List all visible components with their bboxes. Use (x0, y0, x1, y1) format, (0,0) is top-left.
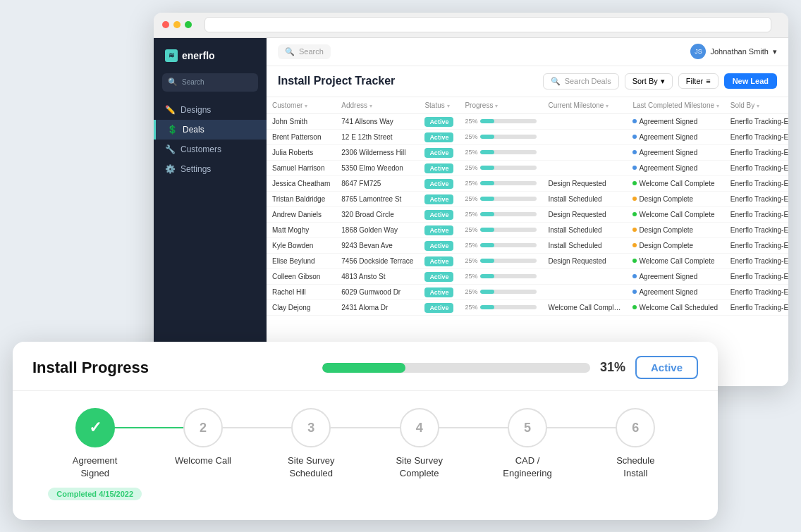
browser-window: ≋ enerflo 🔍 Search ✏️ Designs 💲 Deals 🔧 (154, 13, 788, 386)
sidebar-item-customers-label: Customers (181, 144, 221, 154)
step-4: 4 Site SurveyComplete (365, 408, 473, 480)
sidebar-item-settings-label: Settings (181, 164, 211, 174)
cell-progress: 25% (459, 253, 542, 268)
cell-progress: 25% (459, 129, 542, 144)
cell-sold-by: Enerflo Tracking-EPC (725, 268, 788, 284)
cell-address: 2306 Wilderness Hill (336, 144, 419, 160)
browser-minimize-dot (173, 21, 181, 28)
cell-last-milestone: Design Complete (627, 222, 724, 237)
cell-current-milestone: Design Requested (542, 175, 627, 191)
sidebar-item-designs[interactable]: ✏️ Designs (154, 100, 267, 120)
table-row[interactable]: Rachel Hill 6029 Gumwood Dr Active 25% A… (267, 284, 788, 299)
cell-address: 8647 FM725 (336, 175, 419, 191)
designs-icon: ✏️ (165, 105, 175, 115)
table-row[interactable]: Elise Beylund 7456 Dockside Terrace Acti… (267, 253, 788, 268)
cell-customer: Julia Roberts (267, 144, 336, 160)
new-lead-button[interactable]: New Lead (724, 73, 777, 89)
topbar-search[interactable]: 🔍 Search (278, 44, 331, 59)
browser-fullscreen-dot (185, 21, 192, 28)
step-circle-4: 4 (400, 408, 439, 447)
active-badge: Active (635, 356, 698, 379)
cell-customer: Elise Beylund (267, 253, 336, 268)
customers-icon: 🔧 (165, 144, 175, 154)
cell-sold-by: Enerflo Tracking-EPC (725, 299, 788, 315)
sidebar-item-customers[interactable]: 🔧 Customers (154, 140, 267, 159)
col-current-milestone[interactable]: Current Milestone ▾ (542, 97, 627, 114)
step-6: 6 ScheduleInstall (582, 408, 690, 480)
cell-status: Active (419, 113, 459, 129)
browser-close-dot (162, 21, 169, 28)
cell-sold-by: Enerflo Tracking-EPC (725, 160, 788, 175)
page-header: Install Project Tracker 🔍 Search Deals S… (267, 66, 788, 97)
cell-current-milestone (542, 129, 627, 144)
cell-customer: Rachel Hill (267, 284, 336, 299)
cell-current-milestone (542, 160, 627, 175)
table-row[interactable]: Clay Dejong 2431 Aloma Dr Active 25% Wel… (267, 299, 788, 315)
step-label-line: Scheduled (290, 468, 333, 478)
topbar-search-icon: 🔍 (285, 47, 295, 56)
col-status[interactable]: Status ▾ (419, 97, 459, 114)
table-row[interactable]: Colleen Gibson 4813 Ansto St Active 25% … (267, 268, 788, 284)
cell-current-milestone: Install Scheduled (542, 237, 627, 253)
step-label-5: CAD /Engineering (503, 454, 551, 480)
sidebar-search-placeholder: Search (182, 78, 204, 86)
step-label-6: ScheduleInstall (616, 454, 654, 480)
topbar-search-placeholder: Search (299, 47, 324, 56)
cell-last-milestone: Agreement Signed (627, 113, 724, 129)
table-row[interactable]: Samuel Harrison 5350 Elmo Weedon Active … (267, 160, 788, 175)
cell-last-milestone: Agreement Signed (627, 160, 724, 175)
sidebar-item-settings[interactable]: ⚙️ Settings (154, 159, 267, 179)
cell-address: 320 Broad Circle (336, 206, 419, 222)
cell-address: 4813 Ansto St (336, 268, 419, 284)
cell-address: 12 E 12th Street (336, 129, 419, 144)
step-label-line: Schedule (616, 455, 654, 466)
cell-progress: 25% (459, 160, 542, 175)
table-row[interactable]: Tristan Baldridge 8765 Lamontree St Acti… (267, 191, 788, 206)
col-sold-by[interactable]: Sold By ▾ (725, 97, 788, 114)
cell-customer: Andrew Daniels (267, 206, 336, 222)
progress-section: 31% Active (322, 356, 698, 379)
new-lead-label: New Lead (733, 77, 769, 85)
cell-customer: Kyle Bowden (267, 237, 336, 253)
cell-last-milestone: Design Complete (627, 237, 724, 253)
sidebar-search[interactable]: 🔍 Search (162, 73, 258, 92)
step-1: ✓ AgreementSigned Completed 4/15/2022 (41, 408, 149, 500)
step-2: 2 Welcome Call (149, 408, 257, 467)
browser-chrome (154, 13, 788, 38)
cell-current-milestone (542, 284, 627, 299)
step-label-line: Complete (400, 468, 439, 478)
cell-sold-by: Enerflo Tracking-EPC (725, 191, 788, 206)
cell-current-milestone: Install Scheduled (542, 222, 627, 237)
cell-progress: 25% (459, 144, 542, 160)
sort-by-button[interactable]: Sort By ▾ (625, 73, 673, 89)
cell-sold-by: Enerflo Tracking-EPC (725, 206, 788, 222)
topbar: 🔍 Search JS Johnathan Smith ▾ (267, 38, 788, 66)
deals-table: Customer ▾ Address ▾ Status ▾ Progress ▾… (267, 97, 788, 316)
table-row[interactable]: Jessica Cheatham 8647 FM725 Active 25% D… (267, 175, 788, 191)
sort-by-label: Sort By (632, 77, 658, 85)
table-row[interactable]: Kyle Bowden 9243 Bevan Ave Active 25% In… (267, 237, 788, 253)
col-last-milestone[interactable]: Last Completed Milestone ▾ (627, 97, 724, 114)
table-row[interactable]: Brent Patterson 12 E 12th Street Active … (267, 129, 788, 144)
table-row[interactable]: Andrew Daniels 320 Broad Circle Active 2… (267, 206, 788, 222)
col-progress[interactable]: Progress ▾ (459, 97, 542, 114)
browser-url-bar[interactable] (204, 17, 771, 32)
table-row[interactable]: Julia Roberts 2306 Wilderness Hill Activ… (267, 144, 788, 160)
table-row[interactable]: John Smith 741 Allsons Way Active 25% Ag… (267, 113, 788, 129)
filter-button[interactable]: Filter ≡ (678, 73, 719, 89)
card-progress-fill (322, 363, 405, 373)
cell-progress: 25% (459, 191, 542, 206)
cell-last-milestone: Agreement Signed (627, 268, 724, 284)
search-deals-input[interactable]: 🔍 Search Deals (543, 73, 619, 89)
cell-current-milestone (542, 268, 627, 284)
col-customer[interactable]: Customer ▾ (267, 97, 336, 114)
table-row[interactable]: Matt Moghy 1868 Golden Way Active 25% In… (267, 222, 788, 237)
col-address[interactable]: Address ▾ (336, 97, 419, 114)
search-icon: 🔍 (168, 78, 178, 87)
cell-customer: John Smith (267, 113, 336, 129)
sort-by-chevron-icon: ▾ (661, 77, 665, 86)
sidebar-item-deals[interactable]: 💲 Deals (154, 120, 267, 140)
cell-address: 2431 Aloma Dr (336, 299, 419, 315)
cell-address: 6029 Gumwood Dr (336, 284, 419, 299)
cell-last-milestone: Welcome Call Complete (627, 206, 724, 222)
